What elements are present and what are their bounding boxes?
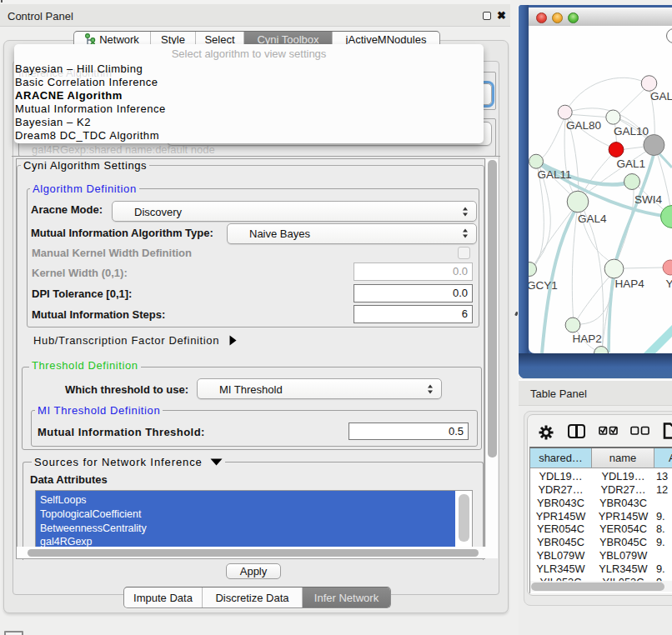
svg-text:GAL4: GAL4 bbox=[578, 212, 607, 225]
svg-text:Y: Y bbox=[666, 278, 672, 290]
svg-text:GAL10: GAL10 bbox=[614, 125, 649, 138]
svg-text:GAL11: GAL11 bbox=[538, 168, 572, 181]
svg-text:HAP2: HAP2 bbox=[573, 332, 602, 345]
svg-text:GAL: GAL bbox=[650, 90, 672, 102]
svg-text:HAP4: HAP4 bbox=[615, 278, 645, 290]
svg-text:GAL1: GAL1 bbox=[617, 158, 646, 170]
svg-text:GCY1: GCY1 bbox=[529, 279, 558, 292]
svg-text:SWI4: SWI4 bbox=[634, 193, 662, 206]
svg-text:GAL80: GAL80 bbox=[566, 119, 601, 132]
